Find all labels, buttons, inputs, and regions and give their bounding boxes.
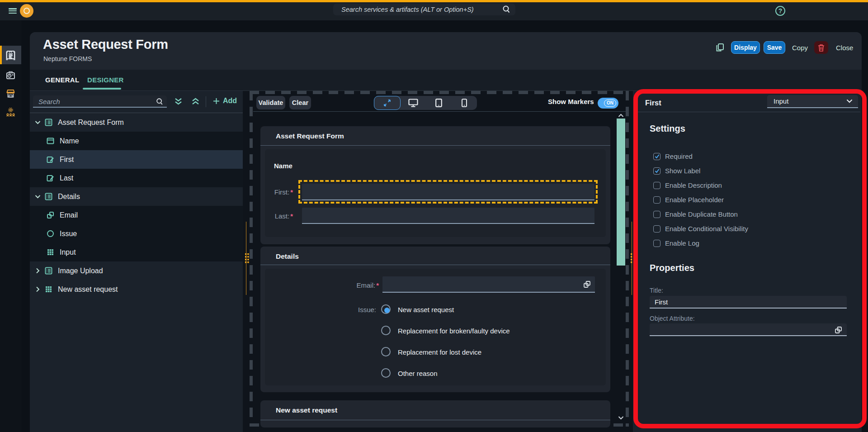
tree-search-placeholder: Search xyxy=(38,98,60,105)
org-users-icon[interactable] xyxy=(6,107,15,117)
plus-icon xyxy=(213,98,220,104)
page-subtitle: Neptune FORMS xyxy=(43,55,92,62)
media-icon[interactable] xyxy=(6,71,15,80)
radio-label: Other reason xyxy=(398,370,438,377)
tree-item-label: Details xyxy=(58,193,80,201)
chevron-down-icon[interactable] xyxy=(35,120,41,124)
tree-item-first[interactable]: First xyxy=(30,150,243,169)
form-card-asset-request: Asset Request Form Name First:* Last:* xyxy=(260,126,610,244)
email-input[interactable] xyxy=(382,276,595,293)
tab-active-underline xyxy=(83,88,121,90)
trash-icon xyxy=(818,44,825,52)
tree-item-input[interactable]: Input xyxy=(30,243,243,261)
grid-icon xyxy=(47,248,54,256)
left-resize-grip[interactable] xyxy=(245,253,250,265)
tree-item-label: New asset request xyxy=(58,285,118,294)
card-title-separator xyxy=(260,145,610,146)
copy-field-icon xyxy=(47,211,54,219)
toolbar-divider xyxy=(206,96,206,107)
device-preview-switch xyxy=(374,96,477,110)
scrollbar-thumb[interactable] xyxy=(617,119,625,266)
form-icon xyxy=(45,193,52,200)
field-label-issue: Issue: xyxy=(260,306,376,313)
canvas-border-left xyxy=(250,91,253,427)
close-button[interactable]: Close xyxy=(836,41,853,54)
toolbar-separator xyxy=(253,111,626,112)
designer-canvas: Validate Clear Show Markers ON Asset Req… xyxy=(243,91,633,432)
tree-item-label: First xyxy=(60,156,74,164)
expand-all-icon[interactable] xyxy=(175,97,182,106)
hamburger-menu-icon[interactable] xyxy=(9,8,17,14)
tree-item-details[interactable]: Details xyxy=(30,187,243,206)
add-button[interactable]: Add xyxy=(213,97,237,105)
desktop-segment[interactable] xyxy=(401,96,426,110)
save-button[interactable]: Save xyxy=(764,41,785,54)
help-icon[interactable]: ? xyxy=(775,6,785,16)
tablet-icon xyxy=(435,99,442,107)
tree-item-label: Input xyxy=(60,248,76,256)
input-edit-icon xyxy=(47,174,54,182)
desktop-icon xyxy=(408,99,418,107)
value-help-icon[interactable] xyxy=(583,280,591,288)
panel-icon xyxy=(47,137,54,145)
copy-button[interactable]: Copy xyxy=(792,41,808,54)
scroll-down-icon[interactable] xyxy=(618,416,624,420)
page-title: Asset Request Form xyxy=(43,37,168,52)
chevron-right-icon[interactable] xyxy=(35,286,41,292)
radio-label: Replacement for lost device xyxy=(398,348,481,356)
display-button[interactable]: Display xyxy=(731,41,760,54)
form-icon xyxy=(45,119,52,126)
collapse-all-icon[interactable] xyxy=(192,97,199,106)
left-icon-rail xyxy=(0,20,21,432)
phone-segment[interactable] xyxy=(452,96,477,110)
first-input[interactable] xyxy=(302,184,594,200)
radio-other[interactable] xyxy=(381,368,391,378)
validate-button[interactable]: Validate xyxy=(256,96,285,109)
tablet-segment[interactable] xyxy=(426,96,452,110)
scroll-up-icon[interactable] xyxy=(618,114,624,118)
last-input[interactable] xyxy=(302,208,594,224)
clear-button[interactable]: Clear xyxy=(289,96,311,109)
chevron-right-icon[interactable] xyxy=(35,268,41,274)
phone-icon xyxy=(462,99,467,107)
tree-item-image-upload[interactable]: Image Upload xyxy=(30,261,243,280)
delete-button[interactable] xyxy=(814,41,828,54)
radio-new-asset[interactable] xyxy=(381,304,391,314)
form-icon xyxy=(45,267,52,275)
canvas-border-top xyxy=(250,91,629,94)
fit-width-segment[interactable] xyxy=(374,96,401,110)
radio-broken[interactable] xyxy=(381,326,391,335)
tree-item-new-asset-request[interactable]: New asset request xyxy=(30,280,243,299)
form-card-title: Details xyxy=(276,252,299,261)
search-icon xyxy=(502,5,511,14)
global-search-placeholder: Search services & artifacts (ALT or Opti… xyxy=(341,6,502,13)
tree-search-input[interactable]: Search xyxy=(33,95,167,108)
form-card-new-asset-request: New asset request xyxy=(260,400,610,427)
tree-item-email[interactable]: Email xyxy=(30,206,243,224)
tree-item-name[interactable]: Name xyxy=(30,132,243,150)
tree-item-last[interactable]: Last xyxy=(30,169,243,187)
field-label-last: Last:* xyxy=(260,212,293,220)
rail-selected-indicator xyxy=(0,46,2,64)
global-search-input[interactable]: Search services & artifacts (ALT or Opti… xyxy=(333,4,515,15)
tab-designer[interactable]: DESIGNER xyxy=(87,76,124,84)
show-markers-toggle[interactable]: ON xyxy=(598,98,618,109)
add-button-label: Add xyxy=(223,97,237,105)
field-label-first: First:* xyxy=(260,188,293,196)
chevron-down-icon[interactable] xyxy=(35,195,41,199)
radio-lost[interactable] xyxy=(381,347,391,356)
search-icon xyxy=(156,98,164,106)
duplicate-icon[interactable] xyxy=(716,43,725,52)
store-icon[interactable] xyxy=(6,89,15,98)
tree-item-asset-request-form[interactable]: Asset Request Form xyxy=(30,113,243,132)
grid-icon xyxy=(45,285,52,293)
tree-item-label: Asset Request Form xyxy=(58,119,124,127)
forms-icon[interactable] xyxy=(6,50,15,60)
tab-general[interactable]: GENERAL xyxy=(45,76,79,84)
card-title-separator xyxy=(260,265,610,265)
tree-panel: Search Add Asset Request Form Name First… xyxy=(30,91,243,432)
show-markers-label: Show Markers xyxy=(548,98,594,105)
tree-item-issue[interactable]: Issue xyxy=(30,224,243,243)
form-card-title: Asset Request Form xyxy=(276,132,344,140)
canvas-border-right xyxy=(626,91,629,427)
